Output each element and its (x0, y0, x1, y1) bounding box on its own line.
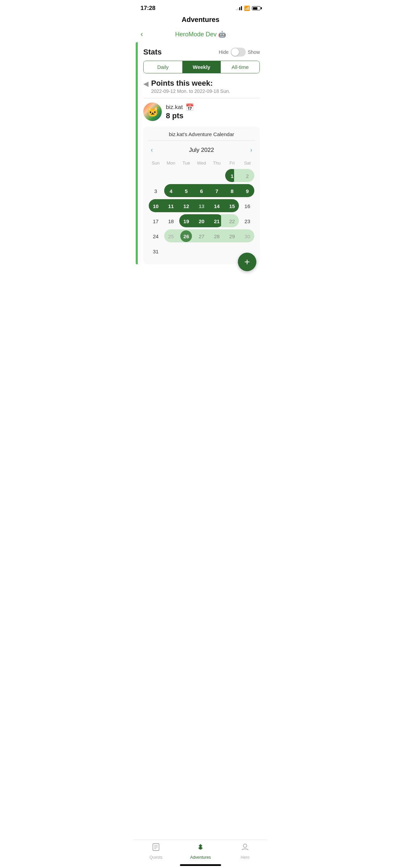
day-sat: Sat (240, 159, 255, 167)
cal-day-27[interactable]: 27 (194, 229, 209, 243)
next-month-button[interactable]: › (247, 145, 255, 155)
cal-day-13[interactable]: 13 (194, 199, 209, 213)
hide-label: Hide (219, 49, 229, 55)
tab-weekly[interactable]: Weekly (182, 61, 221, 73)
cal-day-empty (179, 244, 194, 258)
points-nav: ◀ Points this week: 2022-09-12 Mon. to 2… (143, 79, 260, 94)
cal-day-empty (163, 169, 179, 183)
cal-day-5[interactable]: 5 (179, 184, 194, 198)
day-wed: Wed (194, 159, 209, 167)
prev-month-button[interactable]: ‹ (148, 145, 156, 155)
status-icons: 📶 (236, 5, 260, 11)
cal-day-6[interactable]: 6 (194, 184, 209, 198)
cal-day-31[interactable]: 31 (148, 244, 163, 258)
calendar-header: Sun Mon Tue Wed Thu Fri Sat (148, 159, 255, 167)
cal-day-2[interactable]: 2 (240, 169, 255, 183)
cal-day-23[interactable]: 23 (240, 214, 255, 228)
cal-day-25[interactable]: 25 (163, 229, 179, 243)
month-label: July 2022 (189, 147, 214, 154)
show-label: Show (248, 49, 260, 55)
calendar-week-1: 1 2 (148, 169, 255, 183)
tab-alltime[interactable]: All-time (221, 61, 259, 73)
day-fri: Fri (224, 159, 240, 167)
prev-week-button[interactable]: ◀ (143, 80, 148, 88)
cal-day-4[interactable]: 4 (163, 184, 179, 198)
calendar-week-4: 17 18 19 20 21 22 23 (148, 214, 255, 228)
cal-day-22[interactable]: 22 (224, 214, 240, 228)
user-name: biz.kat (166, 104, 183, 111)
cal-day-10[interactable]: 10 (148, 199, 163, 213)
calendar-title: biz.kat's Adventure Calendar (148, 131, 255, 141)
cal-day-15[interactable]: 15 (224, 199, 240, 213)
user-info: biz.kat 📅 8 pts (166, 103, 194, 120)
user-row: 🐱 biz.kat 📅 8 pts (143, 103, 260, 121)
cal-day-empty (163, 244, 179, 258)
calendar-week-2: 3 4 5 6 7 8 9 (148, 184, 255, 198)
cal-day-20[interactable]: 20 (194, 214, 209, 228)
cal-day-7[interactable]: 7 (209, 184, 224, 198)
cal-day-12[interactable]: 12 (179, 199, 194, 213)
page-header: Adventures (134, 14, 267, 29)
cal-day-11[interactable]: 11 (163, 199, 179, 213)
cal-day-8[interactable]: 8 (224, 184, 240, 198)
divider (143, 98, 260, 98)
day-tue: Tue (179, 159, 194, 167)
stats-header: Stats Hide Show (143, 48, 260, 57)
page-title: Adventures (182, 16, 219, 23)
toggle-row: Hide Show (219, 48, 260, 57)
cal-day-empty (224, 244, 240, 258)
battery-icon (252, 6, 260, 10)
back-button[interactable]: ‹ (141, 30, 143, 39)
stats-title: Stats (143, 48, 162, 57)
cal-day-21[interactable]: 21 (209, 214, 224, 228)
cal-day-17[interactable]: 17 (148, 214, 163, 228)
cal-day-18[interactable]: 18 (163, 214, 179, 228)
avatar: 🐱 (143, 103, 162, 121)
points-date: 2022-09-12 Mon. to 2022-09-18 Sun. (151, 88, 230, 94)
day-mon: Mon (163, 159, 179, 167)
month-nav: ‹ July 2022 › (148, 145, 255, 155)
wifi-icon: 📶 (244, 5, 250, 11)
main-content: Stats Hide Show Daily Weekly All-time ◀ … (136, 42, 265, 264)
user-points: 8 pts (166, 111, 194, 120)
cal-day-empty (179, 169, 194, 183)
cal-day-19[interactable]: 19 (179, 214, 194, 228)
cal-day-1[interactable]: 1 (224, 169, 240, 183)
calendar-card: biz.kat's Adventure Calendar ‹ July 2022… (143, 126, 260, 264)
cal-day-24[interactable]: 24 (148, 229, 163, 243)
calendar-icon[interactable]: 📅 (185, 103, 194, 111)
cal-day-empty (194, 244, 209, 258)
cal-day-29[interactable]: 29 (224, 229, 240, 243)
cal-day-empty (209, 244, 224, 258)
day-thu: Thu (209, 159, 224, 167)
status-bar: 17:28 📶 (134, 0, 267, 14)
cal-day-30[interactable]: 30 (240, 229, 255, 243)
calendar-week-3: 10 11 12 13 14 15 16 (148, 199, 255, 213)
nav-header: ‹ HeroMode Dev 🤖 (134, 29, 267, 42)
cal-day-16[interactable]: 16 (240, 199, 255, 213)
calendar-week-5: 24 25 26 27 28 29 30 (148, 229, 255, 243)
day-sun: Sun (148, 159, 163, 167)
cal-day-3[interactable]: 3 (148, 184, 163, 198)
tab-bar: Daily Weekly All-time (143, 61, 260, 73)
stats-toggle[interactable] (231, 48, 246, 57)
points-title: Points this week: (151, 79, 230, 88)
cal-day-empty (148, 169, 163, 183)
points-section: ◀ Points this week: 2022-09-12 Mon. to 2… (143, 79, 260, 94)
cal-day-empty (209, 169, 224, 183)
status-time: 17:28 (141, 5, 155, 12)
tab-daily[interactable]: Daily (144, 61, 182, 73)
cal-day-9[interactable]: 9 (240, 184, 255, 198)
cal-day-14[interactable]: 14 (209, 199, 224, 213)
signal-icon (236, 6, 242, 10)
calendar-week-6: 31 (148, 244, 255, 258)
cal-day-28[interactable]: 28 (209, 229, 224, 243)
cal-day-empty (194, 169, 209, 183)
nav-title: HeroMode Dev 🤖 (175, 31, 226, 38)
add-button[interactable]: + (238, 253, 256, 271)
